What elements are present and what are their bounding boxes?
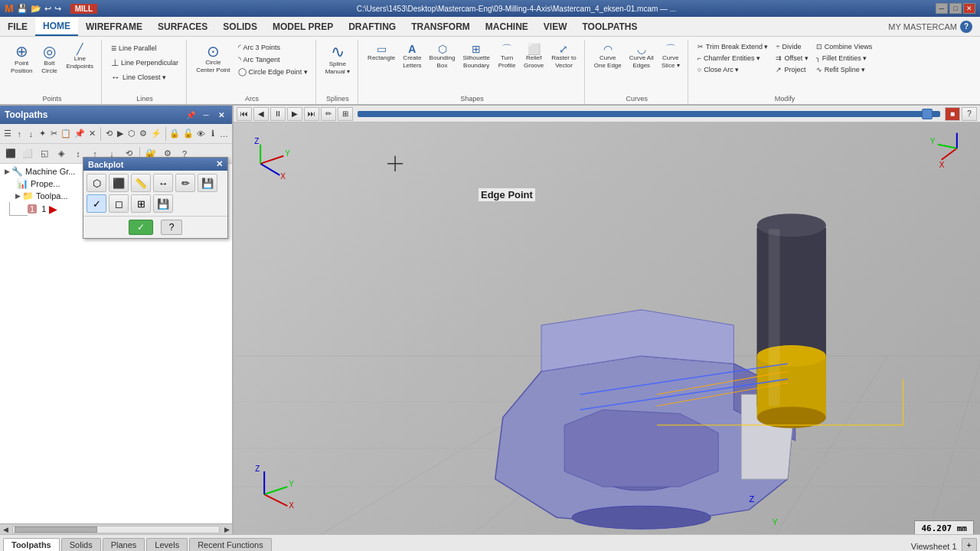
tp-btn2-2[interactable]: ⬜ bbox=[20, 146, 35, 161]
panel-close-button[interactable]: ✕ bbox=[215, 109, 227, 120]
tp-btn-move-up[interactable]: ↑ bbox=[15, 126, 24, 142]
tp-btn-simulate[interactable]: ⬡ bbox=[127, 126, 137, 142]
ribbon-btn-trim-break[interactable]: ✂ Trim Break Extend ▾ bbox=[694, 41, 772, 52]
ribbon-btn-line-perpendicular[interactable]: ⊥ Line Perpendicular bbox=[108, 56, 181, 70]
menu-toolpaths[interactable]: TOOLPATHS bbox=[574, 17, 645, 36]
ribbon-btn-divide[interactable]: ÷ Divide bbox=[773, 41, 811, 52]
ribbon-btn-curve-one-edge[interactable]: ◠ CurveOne Edge bbox=[591, 41, 625, 71]
timeline-track[interactable] bbox=[358, 111, 940, 117]
maximize-button[interactable]: □ bbox=[949, 3, 962, 14]
tp-btn-delete[interactable]: ✕ bbox=[87, 126, 97, 142]
bp-btn-view4[interactable]: ↔ bbox=[153, 174, 173, 192]
ribbon-btn-close-arc[interactable]: ○ Close Arc ▾ bbox=[694, 64, 772, 75]
viewsheet-add-button[interactable]: + bbox=[962, 538, 977, 551]
tp-btn-move-down[interactable]: ↓ bbox=[26, 126, 36, 142]
bp-btn2-1[interactable]: ✓ bbox=[87, 194, 106, 213]
tp-btn2-4[interactable]: ◈ bbox=[54, 146, 69, 161]
ribbon-btn-arc-tangent[interactable]: ◝ Arc Tangent bbox=[235, 54, 311, 65]
menu-model-prep[interactable]: MODEL PREP bbox=[265, 17, 341, 36]
backplot-close-button[interactable]: ✕ bbox=[216, 159, 223, 169]
timeline-btn-pen[interactable]: ✏ bbox=[321, 107, 336, 121]
scroll-thumb[interactable] bbox=[15, 527, 97, 533]
bp-btn-view6[interactable]: 💾 bbox=[198, 174, 217, 192]
timeline-handle[interactable] bbox=[922, 109, 933, 119]
quick-access-undo[interactable]: ↩ bbox=[44, 4, 51, 14]
backplot-help-button[interactable]: ? bbox=[161, 220, 183, 235]
my-mastercam[interactable]: MY MASTERCAM ? bbox=[880, 17, 980, 36]
timeline-btn-forward[interactable]: ⏭ bbox=[304, 107, 319, 121]
tp-btn-verify[interactable]: ▶ bbox=[116, 126, 126, 142]
ribbon-btn-circle-center[interactable]: ⊙ CircleCenter Point bbox=[193, 41, 233, 76]
tp-btn-more[interactable]: … bbox=[219, 126, 229, 142]
menu-transform[interactable]: TRANSFORM bbox=[403, 17, 478, 36]
panel-minimize-button[interactable]: ─ bbox=[200, 109, 212, 120]
tab-solids[interactable]: Solids bbox=[61, 538, 101, 551]
menu-surfaces[interactable]: SURFACES bbox=[150, 17, 215, 36]
timeline-btn-filter[interactable]: ⊞ bbox=[338, 107, 353, 121]
3d-scene[interactable]: X Y Z X Y X Y bbox=[234, 122, 980, 534]
ribbon-btn-chamfer-entities[interactable]: ⌐ Chamfer Entities ▾ bbox=[694, 53, 772, 64]
ribbon-btn-raster-to-vector[interactable]: ⤢ Raster toVector bbox=[548, 41, 579, 71]
timeline-btn-pause[interactable]: ⏸ bbox=[270, 107, 286, 121]
tp-btn-highfeed[interactable]: ⚡ bbox=[150, 126, 162, 142]
bp-btn2-2[interactable]: ◻ bbox=[109, 194, 129, 213]
ribbon-btn-curve-slice[interactable]: ⌒ CurveSlice ▾ bbox=[658, 41, 683, 71]
scroll-right-btn[interactable]: ▶ bbox=[221, 524, 232, 535]
menu-wireframe[interactable]: WIREFRAME bbox=[78, 17, 150, 36]
tp-btn-display[interactable]: 👁 bbox=[196, 126, 206, 142]
ribbon-btn-line-closest[interactable]: ↔ Line Closest ▾ bbox=[108, 70, 181, 84]
ribbon-btn-line-endpoints[interactable]: ╱ LineEndpoints bbox=[63, 41, 96, 72]
ribbon-btn-line-parallel[interactable]: ≡ Line Parallel bbox=[108, 41, 181, 55]
ribbon-btn-circle-edge-point[interactable]: ◯ Circle Edge Point ▾ bbox=[235, 66, 311, 77]
ribbon-btn-project[interactable]: ↗ Project bbox=[773, 64, 811, 75]
ribbon-btn-offset[interactable]: ⇉ Offset ▾ bbox=[773, 53, 811, 64]
ribbon-btn-spline-manual[interactable]: ∿ SplineManual ▾ bbox=[322, 41, 353, 77]
backplot-ok-button[interactable]: ✓ bbox=[129, 220, 153, 235]
ribbon-btn-arc-3pts[interactable]: ◜ Arc 3 Points bbox=[235, 41, 311, 53]
ribbon-btn-silhouette-boundary[interactable]: ⊞ SilhouetteBoundary bbox=[459, 41, 493, 71]
timeline-btn-prev[interactable]: ◀ bbox=[253, 107, 269, 121]
panel-pin-button[interactable]: 📌 bbox=[185, 109, 197, 120]
viewport[interactable]: ⏮ ◀ ⏸ ▶ ⏭ ✏ ⊞ ■ ? bbox=[234, 106, 980, 534]
menu-home[interactable]: HOME bbox=[35, 17, 78, 36]
bp-btn2-4[interactable]: 💾 bbox=[153, 194, 173, 213]
menu-solids[interactable]: SOLIDS bbox=[215, 17, 265, 36]
ribbon-btn-bolt-circle[interactable]: ◎ BoltCircle bbox=[37, 41, 61, 77]
tp-btn-info[interactable]: ℹ bbox=[207, 126, 217, 142]
tp-btn-select-all[interactable]: ☰ bbox=[3, 126, 13, 142]
tp-btn-new[interactable]: ✦ bbox=[38, 126, 47, 142]
tp-btn-copy[interactable]: 📋 bbox=[60, 126, 72, 142]
bp-btn-view5[interactable]: ✏ bbox=[175, 174, 195, 192]
scroll-left-btn[interactable]: ◀ bbox=[0, 524, 11, 535]
timeline-btn-rewind[interactable]: ⏮ bbox=[237, 107, 252, 121]
ribbon-btn-create-letters[interactable]: A CreateLetters bbox=[400, 41, 424, 71]
left-panel-scrollbar[interactable]: ◀ ▶ bbox=[0, 523, 232, 534]
scroll-track[interactable] bbox=[12, 526, 220, 533]
ribbon-btn-combine-views[interactable]: ⊡ Combine Views bbox=[813, 41, 875, 52]
menu-drafting[interactable]: DRAFTING bbox=[341, 17, 403, 36]
tab-recent-functions[interactable]: Recent Functions bbox=[189, 538, 272, 551]
bp-btn-view2[interactable]: ⬛ bbox=[109, 174, 129, 192]
ribbon-btn-refit-spline[interactable]: ∿ Refit Spline ▾ bbox=[813, 64, 875, 75]
ribbon-btn-fillet-entities[interactable]: ╮ Fillet Entities ▾ bbox=[813, 53, 875, 64]
tp-btn-regen[interactable]: ⟲ bbox=[104, 126, 114, 142]
tab-planes[interactable]: Planes bbox=[103, 538, 145, 551]
menu-view[interactable]: VIEW bbox=[536, 17, 575, 36]
ribbon-btn-rectangle[interactable]: ▭ Rectangle bbox=[364, 41, 398, 64]
minimize-button[interactable]: ─ bbox=[936, 3, 948, 14]
tab-toolpaths[interactable]: Toolpaths bbox=[3, 538, 60, 551]
ribbon-btn-bounding-box[interactable]: ⬡ BoundingBox bbox=[426, 41, 459, 71]
tp-btn-paste[interactable]: 📌 bbox=[74, 126, 86, 142]
timeline-btn-help[interactable]: ? bbox=[962, 107, 977, 121]
menu-file[interactable]: FILE bbox=[0, 17, 35, 36]
ribbon-btn-curve-all-edges[interactable]: ◡ Curve AllEdges bbox=[626, 41, 657, 71]
quick-access-redo[interactable]: ↪ bbox=[54, 4, 61, 14]
tp-btn-unlock[interactable]: 🔓 bbox=[182, 126, 194, 142]
close-button[interactable]: ✕ bbox=[963, 3, 975, 14]
tp-btn-post[interactable]: ⚙ bbox=[139, 126, 149, 142]
timeline-btn-view[interactable]: ■ bbox=[945, 107, 960, 121]
quick-access-save[interactable]: 💾 bbox=[17, 4, 28, 14]
timeline-btn-play[interactable]: ▶ bbox=[287, 107, 302, 121]
tp-btn2-1[interactable]: ⬛ bbox=[3, 146, 18, 161]
tab-levels[interactable]: Levels bbox=[146, 538, 188, 551]
